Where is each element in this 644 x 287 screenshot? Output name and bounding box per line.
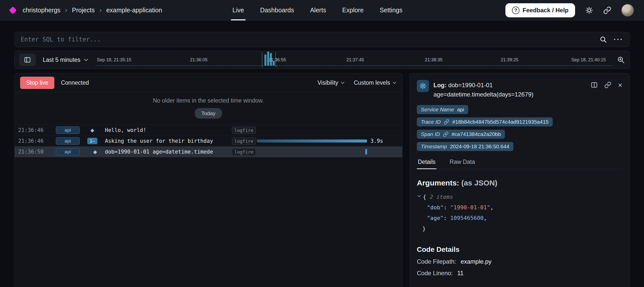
- navbar-right: ? Feedback / Help: [505, 3, 634, 17]
- timeline-tick: Sep 18, 21:40:15: [571, 57, 606, 63]
- sql-filter-bar: ···: [14, 32, 630, 47]
- theme-toggle-button[interactable]: [585, 6, 593, 14]
- nav-tab-live[interactable]: Live: [224, 0, 252, 20]
- empty-window-message: No older items in the selected time wind…: [153, 97, 264, 104]
- collapse-children-badge[interactable]: 1–: [87, 138, 97, 144]
- today-button[interactable]: Today: [195, 108, 222, 119]
- visibility-dropdown[interactable]: Visibility: [317, 79, 345, 86]
- log-timestamp: 21:36:46: [18, 127, 53, 133]
- json-root-line: {2 items: [417, 192, 622, 202]
- sql-filter-input[interactable]: [21, 36, 593, 43]
- time-range-select[interactable]: Last 5 minutes: [41, 57, 91, 63]
- attribute-value: #18b84cb4847b5d574c4ad9121935a415: [452, 119, 549, 125]
- attribute-label: Timestamp: [421, 144, 447, 150]
- json-key: "dob": [427, 204, 444, 211]
- nav-tab-alerts[interactable]: Alerts: [302, 0, 334, 20]
- feedback-help-label: Feedback / Help: [522, 7, 569, 14]
- zoom-button[interactable]: [617, 56, 625, 64]
- span-duration-bar[interactable]: [257, 139, 367, 142]
- filter-menu-button[interactable]: ···: [614, 35, 623, 44]
- visibility-label: Visibility: [317, 79, 338, 86]
- span-bar-zone: 3.9s: [256, 136, 402, 146]
- code-details-heading: Code Details: [417, 246, 622, 254]
- log-diamond-icon: ◆: [90, 127, 94, 133]
- nav-tab-settings[interactable]: Settings: [372, 0, 410, 20]
- sidebar-toggle-button[interactable]: [19, 54, 36, 66]
- service-badge[interactable]: api: [56, 126, 80, 134]
- live-logs-panel: Stop live Connected Visibility Custom le…: [14, 73, 403, 287]
- attribute-service-name[interactable]: Service Nameapi: [417, 105, 468, 114]
- json-entry: "age": 1095465600,: [417, 213, 622, 223]
- log-message: Asking the user for their birthday: [105, 138, 232, 144]
- top-navbar: christophergs › Projects › example-appli…: [0, 0, 644, 21]
- share-link-button[interactable]: [603, 6, 611, 14]
- question-icon: ?: [512, 7, 519, 14]
- feedback-help-button[interactable]: ? Feedback / Help: [505, 3, 575, 17]
- json-colon: :: [444, 204, 450, 211]
- breadcrumb-org[interactable]: christophergs: [23, 7, 60, 14]
- empty-window-zone: No older items in the selected time wind…: [15, 92, 402, 125]
- service-badge[interactable]: api: [56, 137, 80, 145]
- expand-panel-button[interactable]: [591, 81, 598, 88]
- logfire-logo-icon[interactable]: [9, 6, 17, 14]
- breadcrumb-projects[interactable]: Projects: [72, 7, 95, 14]
- log-row[interactable]: 21:36:46api1–Asking the user for their b…: [15, 136, 402, 147]
- json-close-brace: }: [422, 225, 426, 232]
- sun-icon: [585, 6, 593, 14]
- scope-tag: logfire: [232, 137, 256, 145]
- collapse-caret-icon[interactable]: [417, 194, 421, 198]
- service-badge[interactable]: api: [56, 148, 80, 156]
- detail-title-text: dob=1990-01-01 age=datetime.timedelta(da…: [433, 82, 534, 98]
- detail-tabs: DetailsRaw Data: [417, 159, 622, 169]
- timeline-baseline: [96, 65, 612, 66]
- log-row[interactable]: 21:36:46api◆Hello, world!logfire: [15, 125, 402, 136]
- detail-tab-raw-data[interactable]: Raw Data: [449, 159, 476, 169]
- search-button[interactable]: [599, 36, 607, 43]
- breadcrumb: christophergs › Projects › example-appli…: [23, 6, 162, 15]
- timeline-tick: 21:38:35: [425, 57, 442, 63]
- attribute-value: 2024-09-18 21:36:50.644: [450, 144, 509, 150]
- stop-live-button[interactable]: Stop live: [20, 77, 54, 89]
- attribute-trace-id[interactable]: Trace ID#18b84cb4847b5d574c4ad9121935a41…: [417, 117, 553, 126]
- link-icon: [603, 6, 611, 14]
- arguments-heading-text: Arguments:: [417, 179, 459, 187]
- log-point-marker: [365, 149, 367, 155]
- nav-tab-explore[interactable]: Explore: [334, 0, 372, 20]
- content-area: Stop live Connected Visibility Custom le…: [14, 73, 630, 287]
- sidebar-toggle-icon: [24, 56, 31, 63]
- attribute-span-id[interactable]: Span ID#ca741384ca2a20bb: [417, 130, 505, 139]
- custom-levels-label: Custom levels: [354, 79, 390, 86]
- json-items-count: 2 items: [430, 194, 453, 200]
- json-close-line: }: [417, 223, 622, 234]
- log-rows-list: 21:36:46api◆Hello, world!logfire21:36:46…: [15, 125, 402, 157]
- attribute-timestamp[interactable]: Timestamp2024-09-18 21:36:50.644: [417, 142, 513, 151]
- panel-divider: [403, 73, 410, 287]
- log-row[interactable]: 21:36:50api◆dob=1990-01-01 age=datetime.…: [15, 147, 402, 157]
- copy-link-button[interactable]: [604, 81, 611, 88]
- breadcrumb-separator-icon: ›: [99, 6, 102, 15]
- sparkle-icon: [419, 82, 427, 90]
- timeline-bar: Last 5 minutes Sep 18, 21:35:1521:36:052…: [14, 51, 630, 69]
- search-icon: [599, 36, 607, 43]
- breadcrumb-project[interactable]: example-application: [106, 7, 162, 14]
- detail-header: Log: dob=1990-01-01 age=datetime.timedel…: [417, 80, 622, 99]
- detail-tab-details[interactable]: Details: [417, 159, 436, 169]
- span-bar-zone: [256, 147, 402, 157]
- detail-title: Log: dob=1990-01-01 age=datetime.timedel…: [433, 80, 586, 99]
- close-panel-button[interactable]: ×: [618, 81, 622, 89]
- json-value: 1095465600: [450, 215, 484, 221]
- arguments-heading-suffix: (as JSON): [461, 179, 497, 187]
- timeline-tick: 21:36:05: [190, 57, 208, 63]
- timeline-tick: 21:36:55: [268, 57, 286, 63]
- log-message: dob=1990-01-01 age=datetime.timede: [105, 149, 232, 155]
- detail-actions: ×: [591, 80, 622, 99]
- json-comma: ,: [490, 204, 494, 211]
- scope-tag: logfire: [232, 148, 256, 156]
- span-duration-label: 3.9s: [370, 138, 383, 144]
- user-avatar[interactable]: [621, 4, 634, 17]
- nav-tab-dashboards[interactable]: Dashboards: [252, 0, 302, 20]
- custom-levels-dropdown[interactable]: Custom levels: [354, 79, 397, 86]
- timeline-track[interactable]: Sep 18, 21:35:1521:36:0521:36:5521:37:45…: [96, 51, 612, 69]
- columns-icon: [591, 81, 598, 88]
- log-timestamp: 21:36:46: [18, 138, 53, 144]
